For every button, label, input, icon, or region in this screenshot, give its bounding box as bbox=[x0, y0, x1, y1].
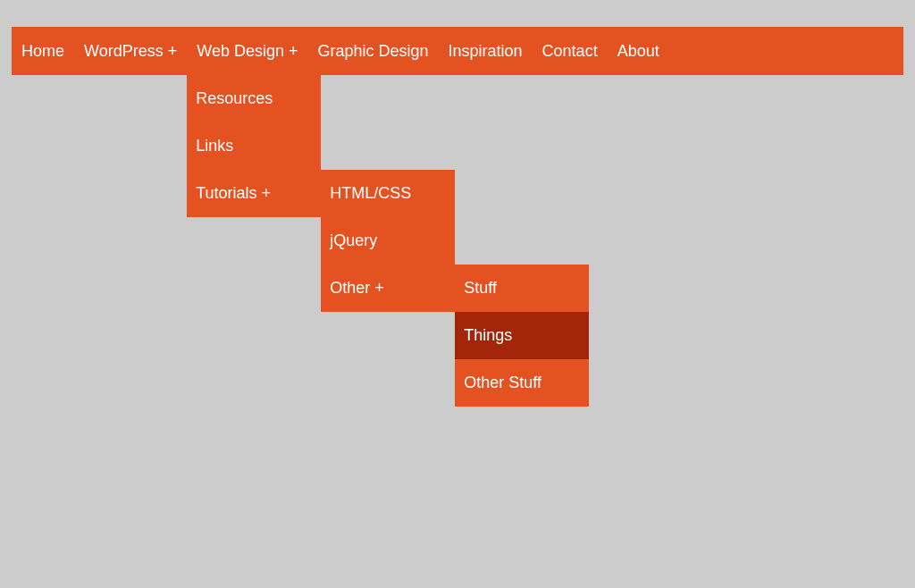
submenu-indicator-icon: + bbox=[262, 184, 272, 203]
submenu-label: Other bbox=[330, 279, 370, 298]
submenu-label: HTML/CSS bbox=[330, 184, 411, 203]
nav-item-home[interactable]: Home bbox=[12, 27, 74, 75]
nav-label: Inspiration bbox=[449, 42, 523, 61]
nav-item-inspiration[interactable]: Inspiration bbox=[439, 27, 533, 75]
submenu-label: jQuery bbox=[330, 231, 377, 250]
submenu-label: Links bbox=[196, 137, 233, 155]
submenu-item-stuff[interactable]: Stuff bbox=[455, 265, 589, 312]
nav-item-wordpress[interactable]: WordPress + bbox=[74, 27, 187, 75]
submenu-indicator-icon: + bbox=[289, 42, 298, 61]
web-design-submenu: Resources Links Tutorials + HTML/CSS jQu… bbox=[187, 75, 321, 217]
nav-label: Contact bbox=[542, 42, 598, 61]
submenu-label: Stuff bbox=[464, 279, 497, 298]
nav-item-about[interactable]: About bbox=[608, 27, 669, 75]
nav-item-graphic-design[interactable]: Graphic Design bbox=[307, 27, 438, 75]
submenu-item-other-stuff[interactable]: Other Stuff bbox=[455, 359, 589, 407]
nav-label: Home bbox=[21, 42, 64, 61]
submenu-item-tutorials[interactable]: Tutorials + HTML/CSS jQuery Other + bbox=[187, 170, 321, 217]
tutorials-submenu: HTML/CSS jQuery Other + Stuff bbox=[321, 170, 455, 312]
other-submenu: Stuff Things Other Stuff bbox=[455, 265, 589, 407]
submenu-item-resources[interactable]: Resources bbox=[187, 75, 321, 122]
submenu-indicator-icon: + bbox=[374, 279, 384, 298]
submenu-label: Tutorials bbox=[196, 184, 256, 203]
nav-label: Graphic Design bbox=[317, 42, 428, 61]
nav-item-contact[interactable]: Contact bbox=[533, 27, 608, 75]
submenu-label: Things bbox=[464, 326, 512, 345]
main-navbar: Home WordPress + Web Design + Resources … bbox=[12, 27, 903, 75]
submenu-item-links[interactable]: Links bbox=[187, 122, 321, 170]
nav-label: Web Design bbox=[197, 42, 284, 61]
nav-label: WordPress bbox=[84, 42, 164, 61]
submenu-item-html-css[interactable]: HTML/CSS bbox=[321, 170, 455, 217]
submenu-indicator-icon: + bbox=[168, 42, 178, 61]
nav-item-web-design[interactable]: Web Design + Resources Links Tutorials +… bbox=[187, 27, 307, 75]
submenu-label: Other Stuff bbox=[464, 374, 541, 392]
submenu-item-things[interactable]: Things bbox=[455, 312, 589, 359]
nav-label: About bbox=[617, 42, 659, 61]
submenu-item-jquery[interactable]: jQuery bbox=[321, 217, 455, 265]
submenu-item-other[interactable]: Other + Stuff Things Other Stuff bbox=[321, 265, 455, 312]
submenu-label: Resources bbox=[196, 89, 273, 108]
